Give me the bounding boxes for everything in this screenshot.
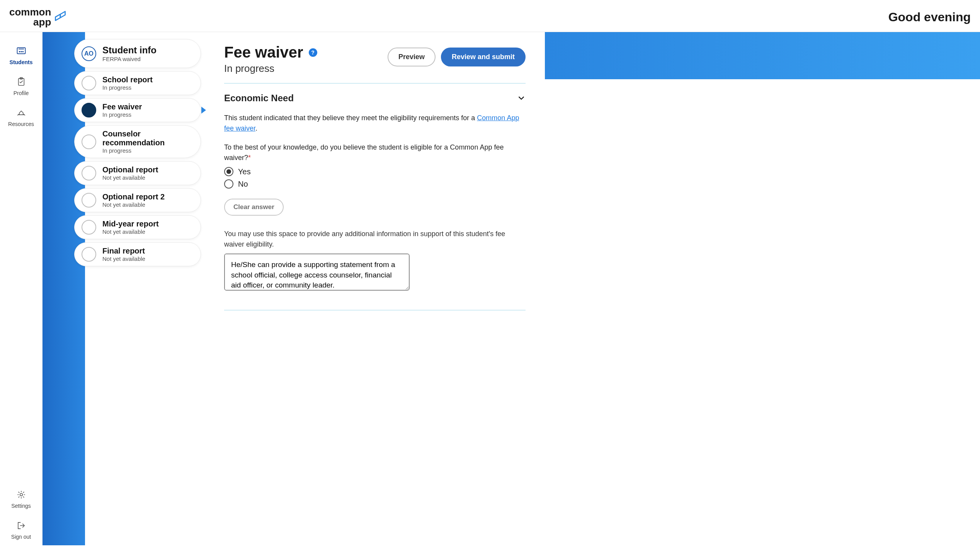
step-sub: In progress <box>102 111 142 118</box>
additional-info-hint: You may use this space to provide any ad… <box>224 229 526 250</box>
content-wrap: Fee waiver ? In progress Preview Review … <box>205 32 980 545</box>
logo-line2: app <box>33 17 51 27</box>
rail-item-students[interactable]: Students <box>0 40 42 71</box>
additional-info-textarea[interactable] <box>224 254 410 291</box>
lead-suffix: . <box>255 124 257 132</box>
step-final-report[interactable]: Final report Not yet available <box>74 242 201 266</box>
content-panel: Fee waiver ? In progress Preview Review … <box>205 32 545 545</box>
rail-label: Settings <box>11 503 31 509</box>
step-circle-icon <box>82 103 96 117</box>
step-optional-report[interactable]: Optional report Not yet available <box>74 161 201 185</box>
svg-point-1 <box>19 51 20 53</box>
resources-icon <box>15 107 27 119</box>
left-rail: Students Profile Resources Settings Sig <box>0 32 43 545</box>
step-counselor-recommendation[interactable]: Counselor recommendation In progress <box>74 125 201 158</box>
step-title: School report <box>102 75 153 84</box>
radio-yes[interactable]: Yes <box>224 167 526 176</box>
question-body: To the best of your knowledge, do you be… <box>224 143 504 162</box>
rail-item-settings[interactable]: Settings <box>0 483 42 514</box>
rail-item-signout[interactable]: Sign out <box>0 514 42 545</box>
chevron-down-icon <box>517 94 526 102</box>
rail-item-resources[interactable]: Resources <box>0 102 42 133</box>
question-text: To the best of your knowledge, do you be… <box>224 142 526 163</box>
step-sub: Not yet available <box>102 174 158 181</box>
gear-icon <box>15 489 27 500</box>
greeting: Good evening <box>888 10 971 24</box>
step-sub: Not yet available <box>102 255 145 262</box>
top-header: common app Good evening <box>0 0 980 32</box>
steps-column: AO Student info FERPA waived School repo… <box>85 32 205 545</box>
step-circle-icon <box>82 193 96 208</box>
step-sub: Not yet available <box>102 228 159 235</box>
step-title: Mid-year report <box>102 220 159 228</box>
logo: common app <box>9 7 67 27</box>
radio-no[interactable]: No <box>224 179 526 189</box>
step-circle-icon <box>82 166 96 180</box>
radio-icon <box>224 167 233 176</box>
radio-label: No <box>238 180 248 189</box>
rail-item-profile[interactable]: Profile <box>0 71 42 102</box>
content-header: Fee waiver ? In progress Preview Review … <box>224 44 526 83</box>
profile-icon <box>15 76 27 88</box>
step-fee-waiver[interactable]: Fee waiver In progress <box>74 98 201 122</box>
step-mid-year-report[interactable]: Mid-year report Not yet available <box>74 215 201 239</box>
svg-point-2 <box>20 51 22 53</box>
step-student-info[interactable]: AO Student info FERPA waived <box>74 39 201 68</box>
review-submit-button[interactable]: Review and submit <box>441 48 526 66</box>
step-sub: FERPA waived <box>102 56 157 62</box>
step-circle-icon <box>82 134 96 149</box>
step-sub: Not yet available <box>102 201 165 208</box>
right-blue-band <box>545 32 980 79</box>
step-circle-icon <box>82 76 96 90</box>
signout-icon <box>15 520 27 531</box>
rail-label: Sign out <box>11 534 31 540</box>
step-title: Optional report 2 <box>102 192 165 201</box>
step-badge-icon: AO <box>82 46 96 61</box>
step-school-report[interactable]: School report In progress <box>74 71 201 95</box>
step-title: Optional report <box>102 165 158 174</box>
lead-text: This student indicated that they believe… <box>224 113 526 134</box>
svg-point-7 <box>20 494 22 496</box>
required-asterisk: * <box>248 154 251 162</box>
steps-wrap: AO Student info FERPA waived School repo… <box>43 32 205 545</box>
svg-point-3 <box>22 51 24 53</box>
rail-label: Profile <box>14 90 29 96</box>
clear-answer-button[interactable]: Clear answer <box>224 199 284 216</box>
svg-rect-0 <box>17 48 25 54</box>
step-sub: In progress <box>102 147 194 154</box>
section-title: Economic Need <box>224 93 294 104</box>
page-subtitle: In progress <box>224 63 317 75</box>
step-optional-report-2[interactable]: Optional report 2 Not yet available <box>74 188 201 212</box>
logo-line1: common <box>9 7 51 17</box>
step-title: Student info <box>102 45 157 56</box>
rail-label: Resources <box>8 121 34 127</box>
step-sub: In progress <box>102 84 153 91</box>
step-title: Fee waiver <box>102 102 142 111</box>
help-icon[interactable]: ? <box>309 48 317 57</box>
lead-prefix: This student indicated that they believe… <box>224 114 477 122</box>
step-title: Final report <box>102 247 145 255</box>
step-circle-icon <box>82 220 96 235</box>
logo-text: common app <box>9 7 51 27</box>
logo-mark-icon <box>53 10 67 24</box>
section-header[interactable]: Economic Need <box>224 83 526 107</box>
bottom-divider <box>224 310 526 310</box>
page-title: Fee waiver <box>224 44 303 61</box>
step-title: Counselor recommendation <box>102 129 194 147</box>
preview-button[interactable]: Preview <box>388 48 436 66</box>
rail-label: Students <box>10 59 33 65</box>
radio-label: Yes <box>238 167 251 176</box>
radio-icon <box>224 179 233 189</box>
step-circle-icon <box>82 247 96 262</box>
students-icon <box>15 45 27 57</box>
